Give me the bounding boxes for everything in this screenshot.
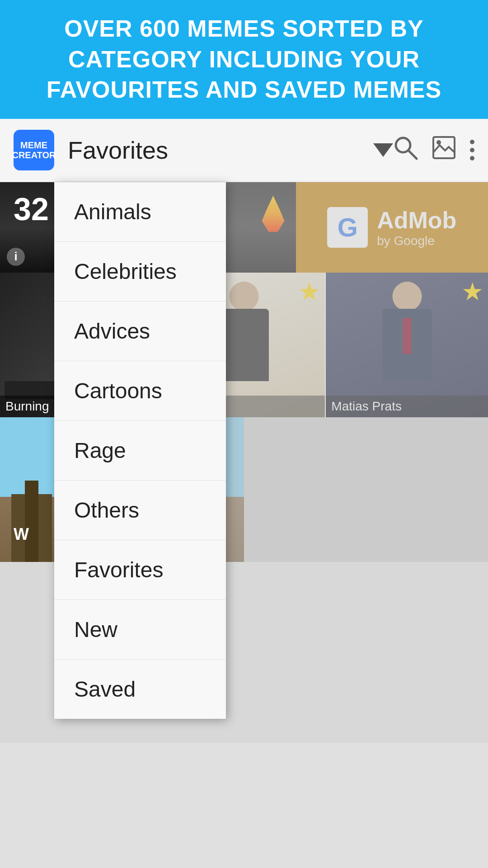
dropdown-menu: Animals Celebrities Advices Cartoons Rag… (54, 182, 226, 719)
menu-item-new[interactable]: New (54, 600, 226, 660)
gallery-icon[interactable] (432, 135, 456, 165)
menu-item-saved[interactable]: Saved (54, 660, 226, 719)
app-bar-actions (393, 135, 474, 165)
app-title: Favorites (68, 136, 369, 164)
menu-item-celebrities[interactable]: Celebrities (54, 242, 226, 302)
search-icon[interactable] (393, 135, 418, 165)
info-icon[interactable]: i (7, 248, 25, 266)
content-area: 32 i G AdMob by Google (0, 182, 488, 562)
menu-item-advices[interactable]: Advices (54, 302, 226, 361)
more-options-icon[interactable] (470, 140, 474, 160)
app-icon[interactable]: MEME CREATOR (14, 130, 54, 170)
app-bar: MEME CREATOR Favorites (0, 119, 488, 182)
building-pillar (25, 481, 38, 562)
ad-number: 32 (14, 191, 49, 227)
menu-item-rage[interactable]: Rage (54, 421, 226, 481)
menu-item-cartoons[interactable]: Cartoons (54, 361, 226, 421)
svg-point-3 (436, 140, 441, 145)
meme-w-label: W (14, 525, 29, 544)
menu-item-favorites[interactable]: Favorites (54, 540, 226, 600)
top-banner: OVER 600 MEMES SORTED BY CATEGORY INCLUD… (0, 0, 488, 119)
menu-item-animals[interactable]: Animals (54, 182, 226, 242)
app-icon-line1: MEME (20, 140, 47, 150)
svg-line-1 (408, 151, 417, 159)
banner-text: OVER 600 MEMES SORTED BY CATEGORY INCLUD… (18, 14, 470, 105)
app-icon-line2: CREATOR (12, 150, 56, 160)
menu-item-others[interactable]: Others (54, 481, 226, 540)
dropdown-arrow-icon[interactable] (373, 143, 393, 157)
